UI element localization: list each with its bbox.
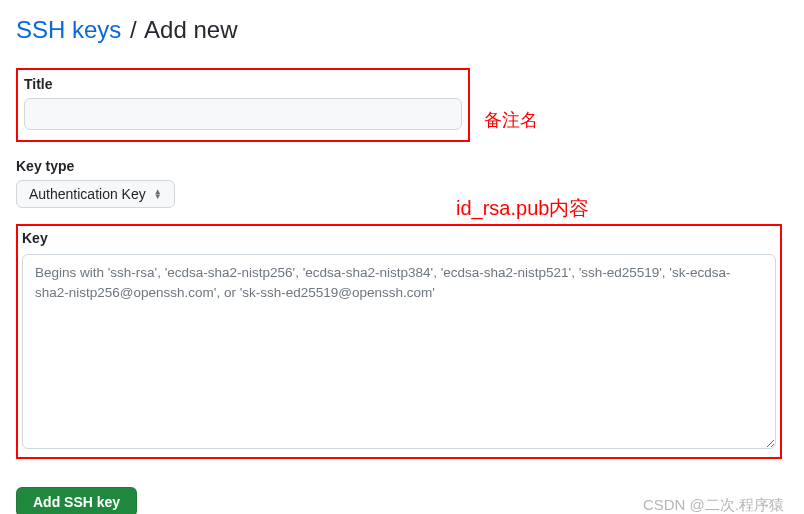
ssh-keys-link[interactable]: SSH keys — [16, 16, 121, 43]
key-textarea[interactable] — [22, 254, 776, 449]
key-field-group: Key — [16, 224, 782, 459]
keytype-selected-value: Authentication Key — [29, 186, 146, 202]
watermark-text: CSDN @二次.程序猿 — [643, 496, 784, 514]
add-ssh-key-button[interactable]: Add SSH key — [16, 487, 137, 514]
keytype-field-group: Key type Authentication Key ▲▼ — [16, 158, 788, 208]
title-input[interactable] — [24, 98, 462, 130]
breadcrumb-current: Add new — [144, 16, 237, 43]
keytype-label: Key type — [16, 158, 788, 174]
select-chevron-icon: ▲▼ — [154, 189, 162, 199]
breadcrumb-separator: / — [130, 16, 137, 43]
title-field-group: Title — [16, 68, 470, 142]
keytype-select[interactable]: Authentication Key ▲▼ — [16, 180, 175, 208]
key-label: Key — [22, 230, 776, 246]
annotation-title-note: 备注名 — [484, 108, 538, 132]
title-label: Title — [24, 76, 462, 92]
page-heading: SSH keys / Add new — [16, 16, 788, 44]
